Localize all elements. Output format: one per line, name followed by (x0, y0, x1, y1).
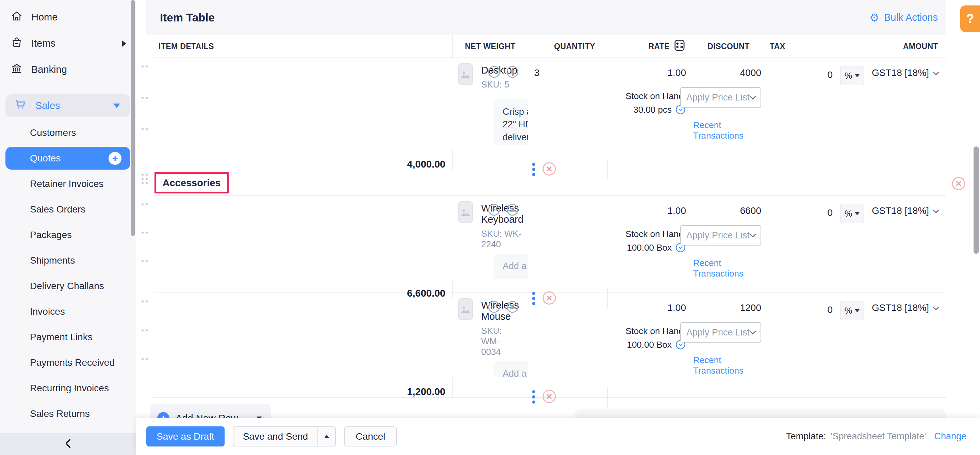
item-description-input[interactable]: Add a description to your item (494, 361, 528, 377)
item-description-input[interactable]: Crisp and Clear Visuals: Enjoy stunning … (494, 99, 528, 145)
template-change-link[interactable]: Change (934, 431, 966, 442)
sidebar-item-customers[interactable]: Customers (0, 120, 136, 145)
save-and-send-menu-button[interactable] (318, 427, 335, 446)
recent-transactions-link[interactable]: Recent Transactions (693, 355, 761, 376)
chevron-down-icon (855, 212, 859, 215)
discount-unit-select[interactable]: % (840, 66, 864, 85)
page-title: Item Table (160, 11, 215, 24)
sidebar-item-home[interactable]: Home (0, 4, 136, 30)
sidebar-item-sales-orders[interactable]: Sales Orders (0, 196, 136, 222)
item-sku: SKU: WK-2240 (481, 228, 523, 250)
tax-select[interactable]: GST18 [18%] (866, 196, 946, 279)
quantity-field[interactable]: 1.00 (603, 205, 686, 216)
row-drag-handle[interactable] (142, 300, 441, 385)
item-description-input[interactable]: Add a description to your item (494, 254, 528, 279)
col-item-details: ITEM DETAILS (153, 35, 453, 57)
discount-unit-select[interactable]: % (840, 301, 864, 320)
sidebar-item-delivery-challans[interactable]: Delivery Challans (0, 273, 136, 299)
item-image-placeholder[interactable] (458, 63, 473, 85)
amount-value: 4,000.00 (153, 150, 453, 170)
discount-unit-select[interactable]: % (840, 204, 864, 223)
chevron-down-icon (749, 93, 756, 99)
discount-field[interactable]: 0 (827, 301, 833, 315)
sidebar-item-quotes[interactable]: Quotes + (5, 147, 130, 169)
sidebar-collapse-button[interactable] (0, 433, 136, 455)
sidebar-item-recurring-invoices[interactable]: Recurring Invoices (0, 375, 136, 401)
item-image-placeholder[interactable] (458, 299, 473, 320)
sidebar-item-payments-received[interactable]: Payments Received (0, 350, 136, 375)
item-image-placeholder[interactable] (458, 201, 473, 223)
row-menu-icon[interactable] (532, 390, 535, 404)
item-details-cell: Wireless Keyboard SKU: WK-2240 Add a des… (453, 196, 528, 279)
cart-icon (14, 98, 27, 113)
tax-select[interactable]: GST18 [18%] (866, 293, 946, 377)
row-more-icon[interactable] (488, 65, 501, 80)
rate-cell: 6600 Apply Price List Recent Transaction… (693, 196, 764, 279)
section-delete-icon[interactable] (951, 176, 966, 193)
page-scrollbar[interactable] (974, 147, 979, 254)
row-drag-handle[interactable] (142, 203, 441, 286)
recent-transactions-link[interactable]: Recent Transactions (693, 258, 761, 279)
item-table-header-band: Item Table ⚙ Bulk Actions (146, 0, 946, 35)
save-and-send-button[interactable]: Save and Send (234, 427, 318, 446)
sidebar-item-banking[interactable]: Banking (0, 56, 136, 83)
discount-field[interactable]: 0 (827, 66, 833, 80)
section-drag-handle[interactable] (142, 174, 148, 184)
col-tax: TAX (764, 35, 866, 57)
col-amount: AMOUNT (866, 35, 946, 57)
chevron-up-icon (324, 435, 329, 438)
new-quote-button[interactable]: + (108, 152, 121, 165)
net-weight-field[interactable]: 3 (528, 58, 603, 150)
cancel-button[interactable]: Cancel (344, 426, 397, 447)
rate-field[interactable]: 4000 (740, 67, 761, 78)
row-clear-icon[interactable] (506, 203, 519, 218)
quantity-field[interactable]: 1.00 (603, 302, 686, 313)
net-weight-field[interactable] (528, 293, 603, 377)
sidebar-item-payment-links[interactable]: Payment Links (0, 324, 136, 350)
sidebar-item-sales-returns[interactable]: Sales Returns (0, 401, 136, 426)
col-quantity: QUANTITY (528, 35, 603, 57)
sidebar-item-sales[interactable]: Sales (5, 94, 130, 117)
sidebar-item-label: Items (31, 38, 56, 49)
table-header-row: ITEM DETAILS NET WEIGHT QUANTITY RATE DI… (153, 35, 946, 58)
sidebar-item-packages[interactable]: Packages (0, 222, 136, 247)
row-delete-icon[interactable] (541, 389, 557, 406)
price-list-select[interactable]: Apply Price List (680, 87, 761, 108)
sidebar-item-retainer-invoices[interactable]: Retainer Invoices (0, 171, 136, 196)
submenu-arrow-icon (122, 40, 126, 47)
sidebar-item-shipments[interactable]: Shipments (0, 247, 136, 273)
sidebar-item-invoices[interactable]: Invoices (0, 299, 136, 324)
help-button[interactable]: ? (960, 5, 980, 32)
tax-select[interactable]: GST18 [18%] (866, 58, 946, 150)
rate-field[interactable]: 6600 (740, 205, 761, 216)
calculator-icon[interactable] (674, 39, 685, 54)
bulk-actions-button[interactable]: ⚙ Bulk Actions (869, 12, 938, 23)
section-title-box[interactable]: Accessories (154, 172, 229, 193)
row-more-icon[interactable] (488, 203, 501, 218)
row-more-icon[interactable] (488, 300, 501, 315)
save-as-draft-button[interactable]: Save as Draft (146, 426, 224, 447)
row-clear-icon[interactable] (506, 65, 519, 80)
section-row: Accessories (153, 170, 946, 196)
sidebar-scrollbar[interactable] (131, 0, 135, 236)
bottom-action-bar: Save as Draft Save and Send Cancel Templ… (136, 418, 980, 455)
price-list-select[interactable]: Apply Price List (680, 322, 761, 343)
item-details-cell: Desktop SKU: 5 Crisp and Clear Visuals: … (453, 58, 528, 150)
recent-transactions-link[interactable]: Recent Transactions (693, 120, 761, 141)
quantity-cell: 1.00 Stock on Hand: 100.00 Box (603, 293, 693, 377)
gear-icon: ⚙ (869, 12, 879, 23)
rate-cell: 4000 Apply Price List Recent Transaction… (693, 58, 764, 150)
price-list-select[interactable]: Apply Price List (680, 225, 761, 246)
row-drag-handle[interactable] (142, 65, 441, 157)
item-details-cell: Wireless Mouse SKU: WM-0034 Add a descri… (453, 293, 528, 377)
amount-value: 1,200.00 (153, 377, 453, 398)
rate-field[interactable]: 1200 (740, 302, 761, 313)
quantity-field[interactable]: 1.00 (603, 67, 686, 78)
col-net-weight: NET WEIGHT (453, 35, 528, 57)
stock-on-hand: Stock on Hand: 30.00 pcs (603, 89, 686, 117)
row-clear-icon[interactable] (506, 300, 519, 315)
discount-field[interactable]: 0 (827, 204, 833, 218)
sidebar-item-items[interactable]: Items (0, 30, 136, 56)
quantity-cell: 1.00 Stock on Hand: 100.00 Box (603, 196, 693, 279)
net-weight-field[interactable] (528, 196, 603, 279)
